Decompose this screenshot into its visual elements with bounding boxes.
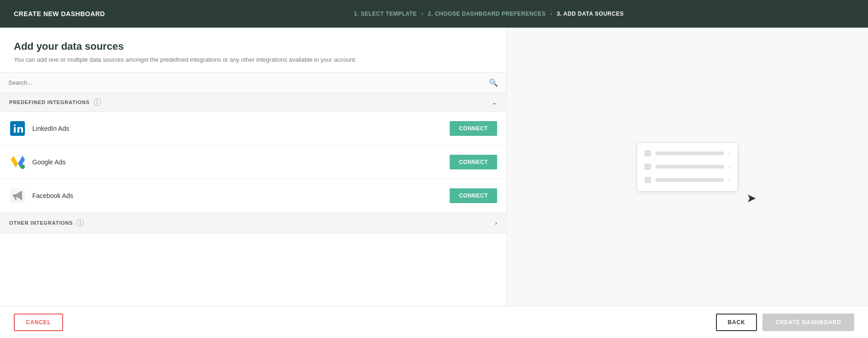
google-ads-name: Google Ads (32, 158, 450, 166)
preview-line-2 (656, 165, 724, 169)
breadcrumb-arrow-2: › (550, 11, 552, 17)
search-icon: 🔍 (489, 78, 498, 87)
preview-checkbox-3 (645, 177, 651, 183)
facebook-ads-item: Facebook Ads CONNECT (0, 179, 506, 213)
preview-checkbox-2 (645, 163, 651, 170)
preview-row-2: › (645, 163, 730, 170)
search-bar[interactable]: 🔍 (0, 73, 506, 93)
predefined-chevron-icon[interactable]: ⌄ (492, 99, 497, 106)
preview-line-3 (656, 178, 724, 182)
main-wrapper: Add your data sources You can add one or… (0, 28, 868, 338)
preview-widget: › › › (637, 142, 738, 192)
linkedin-ads-item: LinkedIn Ads CONNECT (0, 112, 506, 146)
preview-checkbox-1 (645, 150, 651, 157)
predefined-section-title-group: PREDEFINED INTEGRATIONS i (9, 99, 101, 106)
preview-line-1 (656, 152, 724, 155)
breadcrumb-step-2: 2. CHOOSE DASHBOARD PREFERENCES (428, 11, 546, 17)
preview-row-3: › (645, 177, 730, 184)
content-area: Add your data sources You can add one or… (0, 28, 868, 306)
preview-row-1: › (645, 150, 730, 157)
svg-point-3 (20, 164, 25, 169)
cancel-button[interactable]: CANCEL (14, 314, 63, 331)
predefined-section-header: PREDEFINED INTEGRATIONS i ⌄ (0, 93, 506, 112)
google-ads-item: Google Ads CONNECT (0, 146, 506, 179)
breadcrumb-step-1: 1. SELECT TEMPLATE (354, 11, 417, 17)
linkedin-connect-button[interactable]: CONNECT (450, 121, 497, 136)
other-info-icon[interactable]: i (76, 219, 84, 227)
page-header: Add your data sources You can add one or… (0, 28, 506, 73)
preview-arrow-1: › (728, 150, 730, 157)
linkedin-ads-logo (9, 120, 26, 137)
search-input[interactable] (8, 79, 489, 86)
header: CREATE NEW DASHBOARD 1. SELECT TEMPLATE … (0, 0, 868, 28)
breadcrumb-step-3: 3. ADD DATA SOURCES (557, 11, 624, 17)
back-button[interactable]: BACK (716, 314, 757, 331)
left-panel: Add your data sources You can add one or… (0, 28, 507, 306)
breadcrumb-arrow-1: › (422, 11, 423, 17)
svg-marker-1 (11, 156, 18, 168)
other-chevron-icon[interactable]: › (495, 219, 497, 227)
header-title: CREATE NEW DASHBOARD (14, 10, 105, 17)
facebook-ads-name: Facebook Ads (32, 192, 450, 199)
other-integrations-section-header[interactable]: OTHER INTEGRATIONS i › (0, 213, 506, 233)
preview-arrow-3: › (728, 177, 730, 184)
google-ads-connect-button[interactable]: CONNECT (450, 155, 497, 169)
other-section-title-group: OTHER INTEGRATIONS i (9, 219, 84, 227)
page-subtitle: You can add one or multiple data sources… (14, 56, 493, 63)
linkedin-ads-name: LinkedIn Ads (32, 125, 450, 132)
preview-arrow-2: › (728, 163, 730, 170)
cursor-icon: ➤ (746, 191, 757, 205)
create-dashboard-button[interactable]: CREATE DASHBOARD (762, 314, 854, 331)
integrations-list: PREDEFINED INTEGRATIONS i ⌄ LinkedIn Ads (0, 93, 506, 306)
right-panel: › › › ➤ (507, 28, 868, 306)
google-ads-logo (9, 154, 26, 170)
breadcrumb: 1. SELECT TEMPLATE › 2. CHOOSE DASHBOARD… (123, 11, 854, 17)
facebook-ads-logo (9, 187, 26, 204)
other-section-title: OTHER INTEGRATIONS (9, 220, 73, 226)
predefined-info-icon[interactable]: i (94, 99, 101, 106)
footer: CANCEL BACK CREATE DASHBOARD (0, 306, 868, 338)
predefined-section-title: PREDEFINED INTEGRATIONS (9, 99, 90, 105)
footer-right: BACK CREATE DASHBOARD (716, 314, 854, 331)
facebook-ads-connect-button[interactable]: CONNECT (450, 188, 497, 203)
page-title: Add your data sources (14, 41, 493, 52)
